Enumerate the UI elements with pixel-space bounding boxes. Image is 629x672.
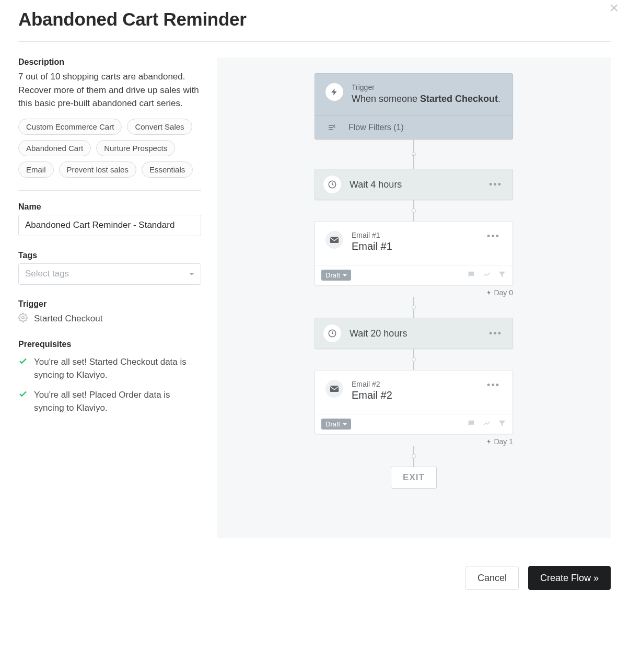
chevron-down-icon [189, 273, 194, 275]
category-pill[interactable]: Prevent lost sales [59, 161, 136, 178]
clock-icon [323, 325, 341, 342]
flow-connector [413, 140, 414, 154]
envelope-icon [325, 380, 343, 398]
svg-rect-5 [330, 237, 339, 243]
more-icon[interactable]: ••• [485, 231, 502, 242]
prereq-text: You're all set! Started Checkout data is… [34, 355, 201, 382]
comment-icon[interactable] [467, 270, 476, 281]
category-pills: Custom Ecommerce Cart Convert Sales Aban… [18, 119, 201, 178]
svg-point-0 [22, 316, 25, 319]
more-icon[interactable]: ••• [485, 380, 502, 391]
trigger-card-label: Trigger [352, 83, 500, 91]
flow-filters-row[interactable]: Flow Filters (1) [315, 115, 512, 139]
flow-connector [413, 200, 414, 221]
category-pill[interactable]: Abandoned Cart [18, 140, 91, 156]
check-icon [18, 389, 28, 415]
status-badge[interactable]: Draft [321, 270, 351, 281]
flow-email-card[interactable]: Email #2 Email #2 ••• Draft [314, 370, 513, 434]
trigger-value: Started Checkout [34, 314, 102, 324]
flow-filters-text: Flow Filters (1) [348, 123, 404, 132]
more-icon[interactable]: ••• [487, 179, 504, 190]
comment-icon[interactable] [467, 419, 476, 430]
name-input[interactable] [18, 215, 201, 236]
day-label: Day 1 [314, 437, 513, 446]
check-icon [18, 356, 28, 382]
category-pill[interactable]: Convert Sales [127, 119, 192, 135]
close-icon[interactable]: × [609, 0, 619, 16]
flow-connector [413, 446, 414, 467]
tags-label: Tags [18, 251, 201, 260]
day-label: Day 0 [314, 288, 513, 297]
tags-select[interactable]: Select tags [18, 263, 201, 285]
flow-connector [413, 349, 414, 370]
flow-email-card[interactable]: Email #1 Email #1 ••• Draft [314, 221, 513, 285]
status-badge[interactable]: Draft [321, 419, 351, 430]
footer-bar: Cancel Create Flow » [0, 551, 629, 593]
trigger-card-main: When someone Started Checkout. [352, 92, 500, 105]
prereq-text: You're all set! Placed Order data is syn… [34, 388, 201, 415]
funnel-icon[interactable] [498, 270, 506, 281]
category-pill[interactable]: Essentials [142, 161, 193, 178]
flow-wait-card[interactable]: Wait 4 hours ••• [314, 169, 513, 200]
wait-text: Wait 20 hours [350, 328, 479, 339]
flow-connector [413, 154, 414, 169]
tags-placeholder: Select tags [25, 269, 69, 279]
clock-icon [323, 176, 341, 193]
filter-icon [325, 122, 338, 133]
description-text: 7 out of 10 shopping carts are abandoned… [18, 70, 201, 110]
sidebar: Description 7 out of 10 shopping carts a… [18, 57, 201, 538]
chevron-down-icon [343, 423, 347, 425]
flow-wait-card[interactable]: Wait 20 hours ••• [314, 318, 513, 349]
category-pill[interactable]: Custom Ecommerce Cart [18, 119, 122, 135]
name-label: Name [18, 202, 201, 212]
analytics-icon[interactable] [482, 270, 492, 281]
description-heading: Description [18, 57, 201, 67]
email-label: Email #1 [352, 231, 476, 239]
divider [18, 190, 201, 191]
svg-rect-7 [330, 386, 339, 392]
modal-title: Abandoned Cart Reminder [18, 9, 611, 30]
analytics-icon[interactable] [482, 419, 492, 430]
email-title: Email #1 [352, 240, 476, 252]
trigger-label: Trigger [18, 299, 201, 309]
flow-trigger-card[interactable]: Trigger When someone Started Checkout. F… [314, 73, 513, 140]
cancel-button[interactable]: Cancel [465, 566, 519, 590]
more-icon[interactable]: ••• [487, 328, 504, 339]
flow-canvas: Trigger When someone Started Checkout. F… [217, 57, 611, 538]
flow-connector [413, 297, 414, 318]
gear-icon [18, 313, 28, 325]
prereq-item: You're all set! Started Checkout data is… [18, 355, 201, 382]
email-title: Email #2 [352, 389, 476, 401]
category-pill[interactable]: Email [18, 161, 54, 178]
flow-exit: EXIT [391, 467, 437, 489]
lightning-icon [325, 83, 343, 101]
funnel-icon[interactable] [498, 419, 506, 430]
wait-text: Wait 4 hours [350, 179, 479, 190]
email-label: Email #2 [352, 380, 476, 388]
divider [18, 41, 611, 42]
chevron-down-icon [343, 274, 347, 276]
create-flow-button[interactable]: Create Flow » [528, 566, 611, 590]
envelope-icon [325, 231, 343, 249]
prereq-label: Prerequisites [18, 340, 201, 349]
prereq-item: You're all set! Placed Order data is syn… [18, 388, 201, 415]
category-pill[interactable]: Nurture Prospects [96, 140, 175, 156]
